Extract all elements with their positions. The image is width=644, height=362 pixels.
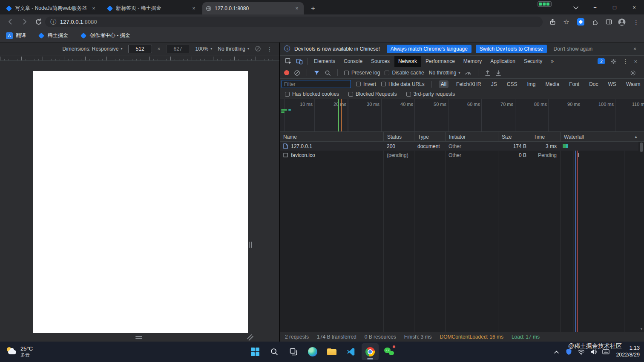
- clear-network-log-icon[interactable]: [294, 70, 300, 76]
- devtools-scrollbar[interactable]: ▼: [638, 142, 644, 332]
- task-view-button[interactable]: [285, 343, 302, 360]
- search-button[interactable]: [266, 343, 283, 360]
- column-header-initiator[interactable]: Initiator: [445, 132, 498, 142]
- tab-elements[interactable]: Elements: [310, 56, 339, 67]
- column-header-size[interactable]: Size: [498, 132, 530, 142]
- side-panel-icon[interactable]: [603, 16, 615, 28]
- column-header-waterfall[interactable]: Waterfall ▲: [560, 132, 644, 142]
- security-shield-icon[interactable]: [565, 348, 572, 356]
- column-header-status[interactable]: Status: [383, 132, 414, 142]
- start-button[interactable]: [247, 343, 264, 360]
- edge-button[interactable]: [304, 343, 321, 360]
- ime-keyboard-icon[interactable]: [602, 348, 610, 356]
- infobar-close-icon[interactable]: ×: [633, 46, 636, 52]
- hide-data-urls-checkbox[interactable]: Hide data URLs: [381, 81, 425, 87]
- tab-search-chevron-icon[interactable]: [570, 3, 582, 12]
- tray-chevron-up-icon[interactable]: [552, 348, 560, 356]
- forward-button[interactable]: [19, 16, 31, 28]
- juejin-extension-icon[interactable]: [575, 16, 586, 28]
- blocked-requests-checkbox[interactable]: Blocked Requests: [348, 91, 397, 97]
- viewport-right-resize-handle[interactable]: [249, 242, 252, 248]
- tab-security[interactable]: Security: [520, 56, 546, 67]
- file-explorer-button[interactable]: [323, 343, 340, 360]
- chrome-button[interactable]: [362, 343, 379, 360]
- browser-menu-kebab-icon[interactable]: ⋮: [630, 16, 642, 28]
- record-network-log-button[interactable]: [284, 70, 289, 75]
- filter-chip-wasm[interactable]: Wasm: [624, 80, 643, 88]
- address-bar[interactable]: ⓘ 127.0.0.1:8080: [45, 17, 543, 27]
- filter-input[interactable]: [282, 80, 351, 88]
- invert-checkbox[interactable]: Invert: [356, 81, 376, 87]
- share-icon[interactable]: [547, 16, 558, 28]
- column-header-time[interactable]: Time: [530, 132, 560, 142]
- vscode-button[interactable]: [342, 343, 359, 360]
- filter-chip-font[interactable]: Font: [567, 80, 581, 88]
- zoom-select[interactable]: 100% ▾: [196, 46, 213, 52]
- preserve-log-checkbox[interactable]: Preserve log: [344, 70, 380, 76]
- filter-toggle-icon[interactable]: [313, 70, 320, 76]
- switch-chinese-button[interactable]: Switch DevTools to Chinese: [476, 45, 547, 53]
- volume-icon[interactable]: [589, 348, 597, 356]
- has-blocked-cookies-checkbox[interactable]: Has blocked cookies: [285, 91, 339, 97]
- tab-memory[interactable]: Memory: [460, 56, 486, 67]
- network-settings-gear-icon[interactable]: [630, 70, 636, 76]
- window-maximize-button[interactable]: □: [605, 0, 624, 14]
- browser-tab-active[interactable]: 127.0.0.1:8080 ×: [202, 2, 304, 14]
- request-row-127001[interactable]: 127.0.0.1 200 document Other 174 B 3 ms: [280, 142, 638, 151]
- filter-chip-css[interactable]: CSS: [505, 80, 520, 88]
- tab-network[interactable]: Network: [394, 56, 421, 67]
- site-info-icon[interactable]: ⓘ: [50, 18, 56, 26]
- extensions-puzzle-icon[interactable]: [589, 16, 601, 28]
- device-menu-kebab-icon[interactable]: ⋮: [267, 46, 273, 52]
- taskbar-clock[interactable]: 1:13 2022/8/29: [616, 345, 640, 358]
- filter-chip-js[interactable]: JS: [489, 80, 499, 88]
- wifi-icon[interactable]: [577, 348, 585, 356]
- import-har-icon[interactable]: [485, 70, 491, 76]
- dont-show-again-button[interactable]: Don't show again: [551, 46, 595, 52]
- device-throttling-select[interactable]: No throttling ▾: [218, 46, 249, 52]
- filter-chip-img[interactable]: Img: [525, 80, 538, 88]
- column-header-name[interactable]: Name: [280, 132, 383, 142]
- reload-button[interactable]: [32, 16, 44, 28]
- viewport-corner-resize-handle[interactable]: [247, 334, 254, 341]
- tab-application[interactable]: Application: [486, 56, 519, 67]
- window-close-button[interactable]: ×: [624, 0, 644, 14]
- scrollbar-thumb[interactable]: [640, 143, 643, 152]
- wechat-button[interactable]: [381, 343, 398, 360]
- devtools-close-icon[interactable]: ×: [634, 58, 637, 65]
- tab-close-icon[interactable]: ×: [90, 5, 97, 12]
- inspect-element-icon[interactable]: [283, 57, 293, 66]
- bookmark-star-icon[interactable]: ☆: [561, 16, 572, 28]
- emulated-page-viewport[interactable]: [33, 71, 248, 333]
- bookmark-juejin[interactable]: 稀土掘金: [38, 32, 68, 39]
- network-overview-timeline[interactable]: 10 ms 20 ms 30 ms 40 ms 50 ms 60 ms 70 m…: [280, 99, 644, 132]
- tab-console[interactable]: Console: [340, 56, 366, 67]
- tab-close-icon[interactable]: ×: [293, 5, 300, 12]
- filter-chip-all[interactable]: All: [439, 80, 448, 88]
- tab-performance[interactable]: Performance: [422, 56, 459, 67]
- network-conditions-icon[interactable]: [465, 70, 472, 76]
- browser-tab-1[interactable]: 写文章 - NodeJs简易web服务器 ×: [3, 2, 101, 14]
- column-header-type[interactable]: Type: [414, 132, 445, 142]
- disable-cache-checkbox[interactable]: Disable cache: [385, 70, 424, 76]
- scrollbar-down-icon[interactable]: ▼: [638, 327, 644, 331]
- profile-avatar[interactable]: [616, 16, 627, 28]
- network-throttling-select[interactable]: No throttling ▾: [429, 70, 460, 76]
- viewport-width-input[interactable]: [128, 45, 152, 53]
- filter-chip-doc[interactable]: Doc: [587, 80, 600, 88]
- bookmark-creator-center[interactable]: 创作者中心 - 掘金: [80, 32, 130, 39]
- filter-chip-xhr[interactable]: Fetch/XHR: [454, 80, 483, 88]
- viewport-bottom-resize-handle[interactable]: [135, 336, 142, 339]
- request-row-favicon[interactable]: favicon.ico (pending) Other 0 B Pending: [280, 151, 638, 160]
- dimensions-select[interactable]: Dimensions: Responsive ▾: [62, 46, 122, 52]
- viewport-height-input[interactable]: [166, 45, 190, 53]
- filter-chip-media[interactable]: Media: [543, 80, 561, 88]
- rotate-disabled-icon[interactable]: [255, 46, 261, 52]
- tab-close-icon[interactable]: ×: [190, 5, 197, 12]
- back-button[interactable]: [4, 16, 16, 28]
- export-har-icon[interactable]: [495, 70, 501, 76]
- match-language-button[interactable]: Always match Chrome's language: [387, 45, 472, 53]
- tab-sources[interactable]: Sources: [367, 56, 394, 67]
- search-icon[interactable]: [325, 70, 331, 76]
- third-party-requests-checkbox[interactable]: 3rd-party requests: [406, 91, 455, 97]
